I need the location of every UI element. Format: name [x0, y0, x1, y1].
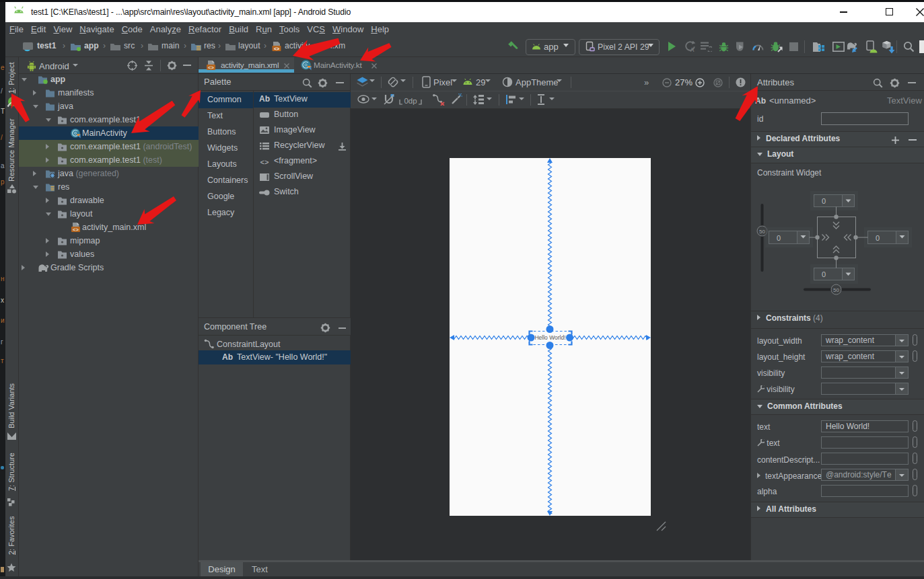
- svg-text:A: A: [690, 46, 695, 53]
- svg-text:Hello World!: Hello World!: [534, 334, 565, 341]
- svg-text:0: 0: [822, 270, 826, 278]
- svg-text:<>: <>: [260, 158, 269, 166]
- svg-text:<>: <>: [208, 65, 214, 71]
- svg-text:0: 0: [777, 234, 781, 242]
- svg-text:50: 50: [759, 229, 765, 235]
- svg-text:50: 50: [833, 287, 839, 293]
- svg-text:<>: <>: [73, 227, 79, 233]
- svg-text:0: 0: [876, 234, 880, 242]
- svg-text:0: 0: [822, 197, 826, 205]
- svg-text:<>: <>: [274, 46, 279, 51]
- svg-text:0dp: 0dp: [404, 97, 417, 105]
